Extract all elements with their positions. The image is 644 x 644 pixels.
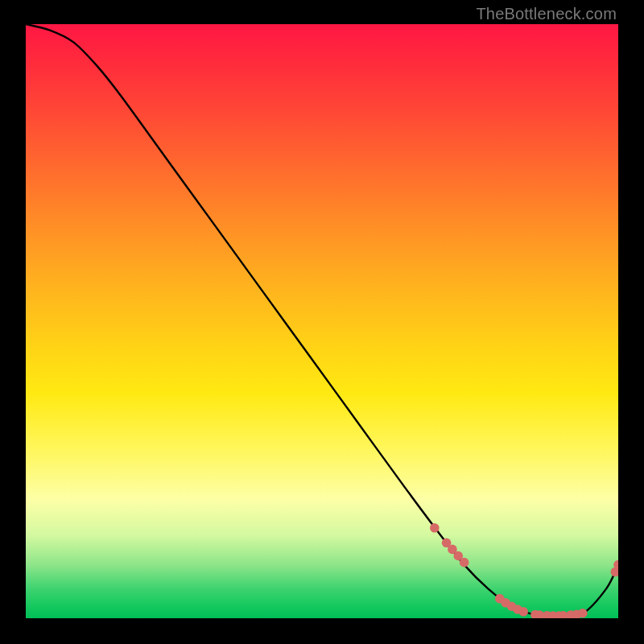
marker-point bbox=[460, 558, 469, 568]
watermark-text: TheBottleneck.com bbox=[476, 5, 617, 23]
plot-area bbox=[26, 24, 618, 618]
curve-layer bbox=[26, 24, 618, 618]
marker-point bbox=[518, 607, 528, 617]
marker-point bbox=[578, 609, 588, 618]
highlight-markers bbox=[430, 523, 618, 618]
chart-stage: TheBottleneck.com bbox=[0, 0, 644, 644]
bottleneck-curve bbox=[26, 24, 618, 617]
marker-point bbox=[430, 523, 440, 533]
